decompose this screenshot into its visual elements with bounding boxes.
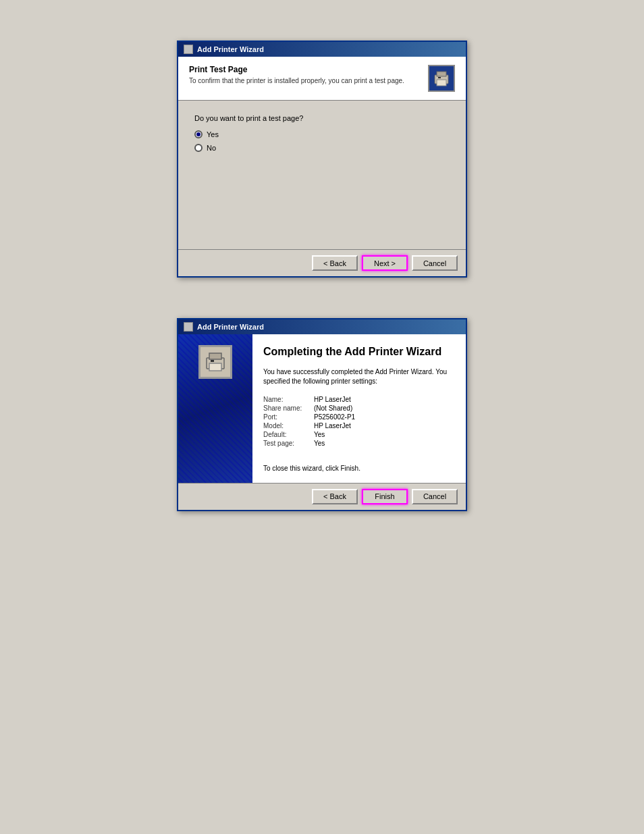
setting-port-label: Port: xyxy=(263,413,314,421)
radio-no-input[interactable] xyxy=(194,144,203,152)
printer-icon xyxy=(431,68,452,88)
dialog1-footer: < Back Next > Cancel xyxy=(178,249,466,276)
completing-left-panel xyxy=(178,334,252,483)
completing-body: Completing the Add Printer Wizard You ha… xyxy=(263,345,455,472)
svg-rect-5 xyxy=(209,353,221,359)
settings-table: Name: HP LaserJet Share name: (Not Share… xyxy=(263,396,455,448)
dialog1-header: Print Test Page To confirm that the prin… xyxy=(178,57,466,101)
radio-yes-input[interactable] xyxy=(194,130,203,138)
print-test-page-dialog: Add Printer Wizard Print Test Page To co… xyxy=(177,41,467,278)
svg-rect-3 xyxy=(438,77,441,78)
title-bar-icon xyxy=(184,45,193,54)
radio-yes-label: Yes xyxy=(207,130,219,138)
radio-yes[interactable]: Yes xyxy=(194,130,450,138)
printer-icon-large xyxy=(203,350,227,374)
dialog1-back-button[interactable]: < Back xyxy=(312,255,358,271)
svg-rect-7 xyxy=(211,360,214,362)
setting-testpage-label: Test page: xyxy=(263,440,314,447)
dialog2-footer: < Back Finish Cancel xyxy=(178,483,466,510)
setting-port: Port: P5256002-P1 xyxy=(263,413,455,421)
completing-dialog: Add Printer Wizard Completing the xyxy=(177,318,467,511)
setting-default-label: Default: xyxy=(263,431,314,438)
setting-share-value: (Not Shared) xyxy=(314,405,352,412)
setting-default-value: Yes xyxy=(314,431,325,438)
setting-name-label: Name: xyxy=(263,396,314,403)
dialog1-title: Add Printer Wizard xyxy=(197,45,264,53)
dialog2-cancel-button[interactable]: Cancel xyxy=(412,489,458,504)
setting-name-value: HP LaserJet xyxy=(314,396,351,403)
completing-close-text: To close this wizard, click Finish. xyxy=(263,465,455,472)
dialog1-title-bar: Add Printer Wizard xyxy=(178,42,466,57)
svg-rect-1 xyxy=(437,72,446,76)
setting-share-label: Share name: xyxy=(263,405,314,412)
dialog1-next-button[interactable]: Next > xyxy=(362,255,408,271)
completing-title: Completing the Add Printer Wizard xyxy=(263,345,455,359)
radio-no[interactable]: No xyxy=(194,144,450,152)
dialog1-header-subtitle: To confirm that the printer is installed… xyxy=(189,77,404,84)
setting-default: Default: Yes xyxy=(263,431,455,438)
dialog1-header-title: Print Test Page xyxy=(189,65,404,74)
setting-testpage: Test page: Yes xyxy=(263,440,455,447)
dialog1-body: Do you want to print a test page? Yes No xyxy=(178,101,466,249)
dialog2-finish-button[interactable]: Finish xyxy=(362,489,408,504)
printer-icon-box xyxy=(428,65,455,92)
dialog2-title: Add Printer Wizard xyxy=(197,323,264,331)
setting-testpage-value: Yes xyxy=(314,440,325,447)
completing-right-panel: Completing the Add Printer Wizard You ha… xyxy=(252,334,466,483)
setting-name: Name: HP LaserJet xyxy=(263,396,455,403)
dialog1-cancel-button[interactable]: Cancel xyxy=(412,255,458,271)
setting-port-value: P5256002-P1 xyxy=(314,413,355,421)
dialog1-header-text: Print Test Page To confirm that the prin… xyxy=(189,65,404,84)
completing-desc: You have successfully completed the Add … xyxy=(263,367,455,386)
setting-model: Model: HP LaserJet xyxy=(263,422,455,429)
dialog1-question: Do you want to print a test page? xyxy=(194,114,450,122)
dialog2-back-button[interactable]: < Back xyxy=(312,489,358,504)
setting-model-label: Model: xyxy=(263,422,314,429)
svg-rect-2 xyxy=(437,80,446,86)
setting-share: Share name: (Not Shared) xyxy=(263,405,455,412)
setting-model-value: HP LaserJet xyxy=(314,422,351,429)
svg-rect-6 xyxy=(209,363,221,371)
dialog1-content: Print Test Page To confirm that the prin… xyxy=(178,57,466,276)
radio-no-label: No xyxy=(207,144,216,152)
dialog2-title-bar: Add Printer Wizard xyxy=(178,319,466,334)
dialog2-main: Completing the Add Printer Wizard You ha… xyxy=(178,334,466,483)
dialog2-content: Completing the Add Printer Wizard You ha… xyxy=(178,334,466,510)
dialog2-title-bar-icon xyxy=(184,322,193,332)
completing-printer-icon xyxy=(198,345,232,379)
